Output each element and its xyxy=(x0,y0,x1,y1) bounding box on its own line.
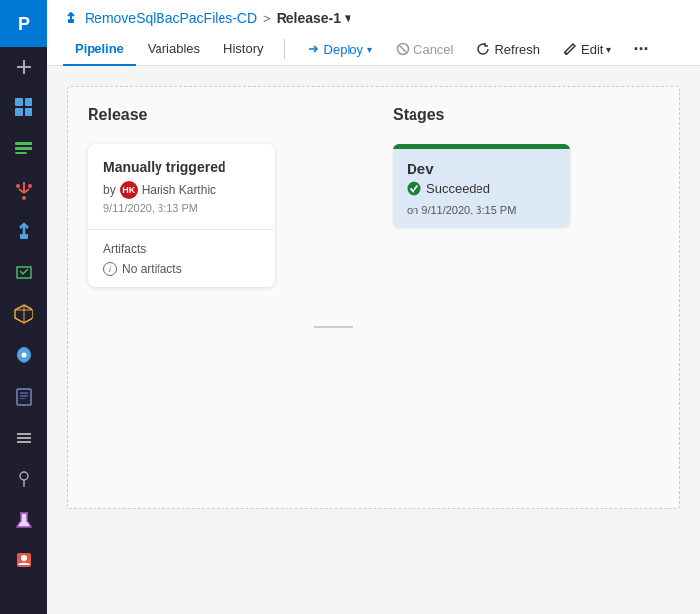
edit-arrow: ▾ xyxy=(606,44,611,55)
svg-rect-3 xyxy=(25,98,32,106)
sidebar-book-icon[interactable] xyxy=(0,377,47,416)
stages-section-title: Stages xyxy=(393,106,570,124)
svg-rect-4 xyxy=(15,108,23,116)
edit-button[interactable]: Edit ▾ xyxy=(553,38,621,61)
stage-card-dev[interactable]: Dev Succeeded on 9/11/2020, 3:15 PM xyxy=(393,144,570,227)
svg-point-9 xyxy=(22,196,26,200)
canvas-inner: Release Manually triggered by HK Harish … xyxy=(67,86,680,509)
svg-rect-2 xyxy=(15,98,23,106)
deploy-arrow: ▾ xyxy=(367,44,372,55)
stages-section: Stages Dev Succeeded on 9/11/20 xyxy=(393,106,570,488)
trigger-card[interactable]: Manually triggered by HK Harish Karthic … xyxy=(88,144,275,287)
breadcrumb-current: Release-1 ▾ xyxy=(277,10,350,26)
avatar: HK xyxy=(120,181,138,199)
header: RemoveSqlBacPacFiles-CD > Release-1 ▾ Pi… xyxy=(47,0,700,66)
artifacts-section: Artifacts i No artifacts xyxy=(88,230,275,287)
app-icon[interactable]: P xyxy=(0,0,47,47)
sidebar-user-icon[interactable] xyxy=(0,542,47,582)
sidebar-settings-icon[interactable] xyxy=(0,418,47,458)
tab-variables[interactable]: Variables xyxy=(136,33,212,66)
deploy-icon xyxy=(306,42,320,56)
pipeline-canvas: Release Manually triggered by HK Harish … xyxy=(47,66,700,614)
add-nav-icon[interactable] xyxy=(0,47,47,87)
refresh-icon xyxy=(477,42,490,56)
trigger-time: 9/11/2020, 3:13 PM xyxy=(103,202,259,214)
breadcrumb: RemoveSqlBacPacFiles-CD > Release-1 ▾ xyxy=(63,10,684,26)
svg-rect-14 xyxy=(17,389,31,405)
svg-point-25 xyxy=(21,555,27,561)
sidebar-testplans-icon[interactable] xyxy=(0,253,47,292)
svg-rect-12 xyxy=(20,234,28,239)
deploy-button[interactable]: Deploy ▾ xyxy=(296,38,382,61)
refresh-button[interactable]: Refresh xyxy=(467,38,549,61)
pipeline-breadcrumb-icon xyxy=(63,10,79,26)
svg-point-11 xyxy=(28,184,32,188)
svg-point-13 xyxy=(22,353,27,358)
breadcrumb-dropdown-arrow[interactable]: ▾ xyxy=(345,11,350,25)
svg-rect-6 xyxy=(15,142,32,145)
cancel-label: Cancel xyxy=(414,42,453,57)
connector xyxy=(314,165,353,488)
breadcrumb-separator: > xyxy=(263,11,271,26)
svg-rect-7 xyxy=(15,147,32,150)
cancel-icon xyxy=(396,42,410,56)
svg-point-32 xyxy=(408,182,421,196)
svg-rect-26 xyxy=(68,19,74,23)
edit-label: Edit xyxy=(581,42,603,57)
refresh-label: Refresh xyxy=(494,42,540,57)
svg-point-10 xyxy=(16,184,20,188)
deploy-label: Deploy xyxy=(324,42,363,57)
trigger-by: by HK Harish Karthic xyxy=(103,181,259,199)
sidebar-overview-icon[interactable] xyxy=(0,88,47,127)
svg-rect-5 xyxy=(25,108,32,116)
main-content: RemoveSqlBacPacFiles-CD > Release-1 ▾ Pi… xyxy=(47,0,700,614)
edit-icon xyxy=(563,42,577,56)
info-icon: i xyxy=(103,262,117,276)
svg-point-21 xyxy=(20,472,28,480)
stage-status-label: Succeeded xyxy=(426,181,490,196)
success-icon xyxy=(407,181,421,196)
sidebar: P xyxy=(0,0,47,614)
stage-time: on 9/11/2020, 3:15 PM xyxy=(407,204,556,215)
stage-status: Succeeded xyxy=(407,181,556,196)
nav-tabs: Pipeline Variables History Deploy ▾ xyxy=(63,33,684,65)
user-name: Harish Karthic xyxy=(142,183,216,197)
release-section-title: Release xyxy=(88,106,275,124)
cancel-button: Cancel xyxy=(386,38,463,61)
svg-rect-8 xyxy=(15,152,27,154)
breadcrumb-current-label: Release-1 xyxy=(277,10,341,26)
sidebar-flask-icon[interactable] xyxy=(0,501,47,540)
more-actions-button[interactable]: ··· xyxy=(625,35,656,64)
connector-line xyxy=(314,326,353,328)
artifacts-title: Artifacts xyxy=(103,242,259,256)
sidebar-pin-icon[interactable] xyxy=(0,460,47,499)
stage-card-body: Dev Succeeded on 9/11/2020, 3:15 PM xyxy=(393,149,570,227)
trigger-title: Manually triggered xyxy=(103,159,259,175)
sidebar-boards-icon[interactable] xyxy=(0,129,47,168)
no-artifacts-label: No artifacts xyxy=(122,262,182,276)
tab-pipeline[interactable]: Pipeline xyxy=(63,33,136,66)
sidebar-rocket-icon[interactable] xyxy=(0,336,47,375)
no-artifacts: i No artifacts xyxy=(103,262,259,276)
nav-divider xyxy=(284,39,285,59)
tab-history[interactable]: History xyxy=(212,33,275,66)
sidebar-pipelines-icon[interactable] xyxy=(0,212,47,251)
sidebar-artifacts-icon[interactable] xyxy=(0,294,47,334)
release-section: Release Manually triggered by HK Harish … xyxy=(88,106,275,488)
sidebar-repos-icon[interactable] xyxy=(0,170,47,210)
stage-name: Dev xyxy=(407,160,556,177)
by-label: by xyxy=(103,183,116,197)
svg-line-29 xyxy=(400,46,406,52)
breadcrumb-parent[interactable]: RemoveSqlBacPacFiles-CD xyxy=(85,10,257,26)
trigger-card-body: Manually triggered by HK Harish Karthic … xyxy=(88,144,275,229)
nav-actions: Deploy ▾ Cancel Refr xyxy=(296,35,657,64)
